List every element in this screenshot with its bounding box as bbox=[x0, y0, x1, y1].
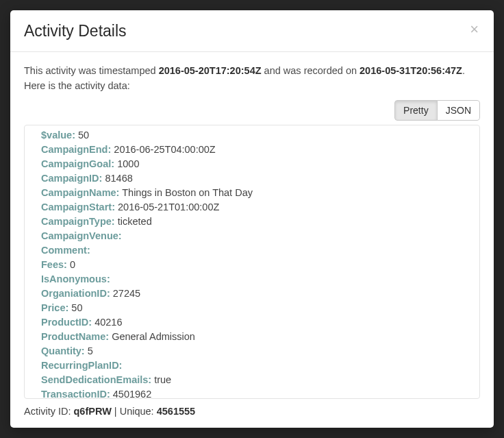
data-row: SendDedicationEmails: true bbox=[41, 373, 463, 387]
data-row: ProductID: 40216 bbox=[41, 315, 463, 330]
unique-id-value: 4561555 bbox=[157, 406, 195, 417]
footer-prefix: Activity ID: bbox=[24, 406, 74, 417]
view-toggle-group: Pretty JSON bbox=[394, 100, 480, 121]
data-value: 50 bbox=[68, 302, 82, 313]
data-key: SendDedicationEmails bbox=[41, 374, 148, 385]
data-key: Quantity bbox=[41, 345, 81, 356]
data-key: CampaignEnd bbox=[41, 144, 108, 155]
data-row: Comment: bbox=[41, 243, 463, 258]
data-row: CampaignStart: 2016-05-21T01:00:00Z bbox=[41, 200, 463, 215]
meta-prefix: This activity was timestamped bbox=[24, 65, 159, 76]
data-row: TransactionID: 4501962 bbox=[41, 387, 463, 399]
data-row: CampaignEnd: 2016-06-25T04:00:00Z bbox=[41, 143, 463, 157]
modal-backdrop: Activity Details × This activity was tim… bbox=[0, 0, 504, 438]
data-key: RecurringPlanID bbox=[41, 360, 119, 371]
activity-data-panel[interactable]: $value: 50CampaignEnd: 2016-06-25T04:00:… bbox=[24, 125, 480, 399]
data-row: RecurringPlanID: bbox=[41, 358, 463, 373]
data-row: CampaignName: Things in Boston on That D… bbox=[41, 186, 463, 200]
data-key: CampaignType bbox=[41, 216, 112, 227]
data-key: TransactionID bbox=[41, 389, 107, 399]
data-row: CampaignGoal: 1000 bbox=[41, 157, 463, 171]
data-key: Price bbox=[41, 302, 65, 313]
data-value: Things in Boston on That Day bbox=[119, 187, 253, 198]
pretty-button[interactable]: Pretty bbox=[394, 100, 438, 121]
data-value: General Admission bbox=[109, 331, 195, 342]
data-colon: : bbox=[119, 360, 123, 371]
data-key: $value bbox=[41, 130, 72, 141]
data-value: ticketed bbox=[115, 216, 152, 227]
modal-title: Activity Details bbox=[24, 22, 127, 40]
data-key: CampaignID bbox=[41, 173, 99, 184]
data-row: CampaignType: ticketed bbox=[41, 215, 463, 229]
data-row: IsAnonymous: bbox=[41, 272, 463, 287]
activity-id-value: q6fPRW bbox=[74, 406, 112, 417]
recorded-value: 2016-05-31T20:56:47Z bbox=[360, 65, 462, 76]
data-value: 5 bbox=[85, 345, 93, 356]
data-key: IsAnonymous bbox=[41, 273, 107, 284]
footer-mid: | Unique: bbox=[112, 406, 157, 417]
json-button[interactable]: JSON bbox=[437, 100, 480, 121]
data-value: 27245 bbox=[110, 288, 140, 299]
data-row: $value: 50 bbox=[41, 128, 463, 143]
data-value: 50 bbox=[75, 130, 89, 141]
data-row: Price: 50 bbox=[41, 301, 463, 315]
data-row: ProductName: General Admission bbox=[41, 330, 463, 344]
timestamp-info: This activity was timestamped 2016-05-20… bbox=[24, 64, 480, 77]
data-key: CampaignGoal bbox=[41, 158, 111, 169]
data-row: Quantity: 5 bbox=[41, 344, 463, 358]
view-toggle-row: Pretty JSON bbox=[24, 100, 480, 121]
data-value: 40216 bbox=[92, 317, 122, 328]
data-value: 1000 bbox=[114, 158, 139, 169]
data-value: 0 bbox=[67, 259, 75, 270]
data-key: Fees bbox=[41, 259, 64, 270]
data-key: OrganiationID bbox=[41, 288, 107, 299]
footer-ids: Activity ID: q6fPRW | Unique: 4561555 bbox=[24, 406, 480, 417]
data-key: ProductName bbox=[41, 331, 105, 342]
modal-header: Activity Details × bbox=[10, 10, 494, 52]
data-key: CampaignVenue bbox=[41, 230, 118, 241]
data-row: CampaignVenue: bbox=[41, 229, 463, 243]
close-icon[interactable]: × bbox=[468, 22, 480, 37]
data-colon: : bbox=[107, 273, 110, 284]
data-key: CampaignStart bbox=[41, 202, 112, 212]
data-value: 2016-05-21T01:00:00Z bbox=[115, 202, 219, 212]
data-key: CampaignName bbox=[41, 187, 116, 198]
timestamp-value: 2016-05-20T17:20:54Z bbox=[159, 65, 262, 76]
data-row: CampaignID: 81468 bbox=[41, 171, 463, 186]
data-value: true bbox=[151, 374, 171, 385]
activity-details-modal: Activity Details × This activity was tim… bbox=[10, 10, 494, 428]
modal-body: This activity was timestamped 2016-05-20… bbox=[10, 52, 494, 428]
meta-mid: and was recorded on bbox=[262, 65, 360, 76]
data-colon: : bbox=[118, 230, 122, 241]
meta-suffix: . bbox=[462, 65, 465, 76]
data-value: 2016-06-25T04:00:00Z bbox=[111, 144, 215, 155]
data-row: OrganiationID: 27245 bbox=[41, 287, 463, 301]
data-value: 4501962 bbox=[110, 389, 151, 399]
data-row: Fees: 0 bbox=[41, 258, 463, 272]
data-key: Comment bbox=[41, 245, 87, 256]
data-key: ProductID bbox=[41, 317, 88, 328]
data-intro: Here is the activity data: bbox=[24, 79, 480, 93]
data-value: 81468 bbox=[102, 173, 132, 184]
data-colon: : bbox=[87, 245, 90, 256]
